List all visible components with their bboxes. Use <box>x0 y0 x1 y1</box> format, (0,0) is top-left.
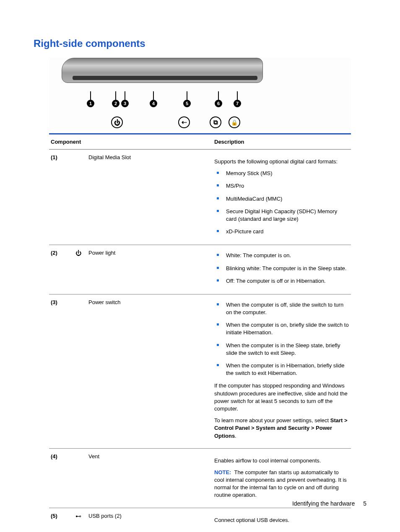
list-item: When the computer is on, briefly slide t… <box>214 321 349 336</box>
component-diagram: 1 2 3 4 5 6 7 ⏻ ⇠ ⧉ 🔒 <box>49 58 351 129</box>
list-item: Blinking white: The computer is in the S… <box>214 265 349 272</box>
desc-bullet-list: White: The computer is on.Blinking white… <box>214 252 349 285</box>
callout-5: 5 <box>183 100 191 107</box>
component-name: Power switch <box>87 294 213 448</box>
power-icon: ⏻ <box>111 116 123 128</box>
menu-path: Start > Control Panel > System and Secur… <box>214 417 348 439</box>
footer-section: Identifying the hardware <box>292 500 355 507</box>
desc-intro: Connect optional USB devices. <box>214 517 349 524</box>
callout-3: 3 <box>121 100 129 107</box>
list-item: MS/Pro <box>214 182 349 190</box>
row-number: (3) <box>49 294 70 448</box>
list-item: White: The computer is on. <box>214 252 349 259</box>
callout-7: 7 <box>234 100 241 107</box>
desc-paragraph: If the computer has stopped responding a… <box>214 382 349 413</box>
lock-icon: 🔒 <box>229 116 240 128</box>
desc-intro: Enables airflow to cool internal compone… <box>214 457 349 465</box>
rj45-icon: ⧉ <box>210 116 221 128</box>
component-name: USB ports (2) <box>87 508 213 532</box>
table-row: (2)⏻Power lightWhite: The computer is on… <box>49 245 351 294</box>
callout-4: 4 <box>150 100 157 107</box>
component-name: Power light <box>87 245 213 294</box>
usb-icon: ⊷ <box>70 508 87 532</box>
list-item: When the computer is off, slide the swit… <box>214 301 349 316</box>
list-item: Off: The computer is off or in Hibernati… <box>214 277 349 285</box>
list-item: Memory Stick (MS) <box>214 170 349 177</box>
table-row: (1)Digital Media SlotSupports the follow… <box>49 150 351 245</box>
component-description: When the computer is off, slide the swit… <box>213 294 351 448</box>
table-row: (4)VentEnables airflow to cool internal … <box>49 448 351 508</box>
page-footer: Identifying the hardware 5 <box>292 500 366 507</box>
none <box>70 294 87 448</box>
section-title: Right-side components <box>34 38 366 49</box>
list-item: Secure Digital High Capacity (SDHC) Memo… <box>214 208 349 223</box>
table-row: (3)Power switchWhen the computer is off,… <box>49 294 351 448</box>
desc-bullet-list: Memory Stick (MS)MS/ProMultiMediaCard (M… <box>214 170 349 235</box>
none <box>70 448 87 508</box>
list-item: When the computer is in Hibernation, bri… <box>214 362 349 377</box>
callout-2: 2 <box>112 100 119 107</box>
table-row: (5)⊷USB ports (2)Connect optional USB de… <box>49 508 351 532</box>
power-icon: ⏻ <box>70 245 87 294</box>
page-number: 5 <box>363 500 366 507</box>
component-description: Enables airflow to cool internal compone… <box>213 448 351 508</box>
components-table: Component Description (1)Digital Media S… <box>49 133 351 532</box>
list-item: When the computer is in the Sleep state,… <box>214 342 349 357</box>
component-description: Connect optional USB devices. <box>213 508 351 532</box>
component-name: Vent <box>87 448 213 508</box>
desc-intro: Supports the following optional digital … <box>214 158 349 165</box>
none <box>70 150 87 245</box>
note-label: NOTE: <box>214 469 231 475</box>
usb-icon: ⇠ <box>178 116 190 128</box>
note: NOTE: The computer fan starts up automat… <box>214 469 349 499</box>
desc-bullet-list: When the computer is off, slide the swit… <box>214 301 349 377</box>
component-description: White: The computer is on.Blinking white… <box>213 245 351 294</box>
callout-6: 6 <box>215 100 222 107</box>
row-number: (2) <box>49 245 70 294</box>
callout-1: 1 <box>87 100 94 107</box>
component-description: Supports the following optional digital … <box>213 150 351 245</box>
laptop-side-illustration <box>62 58 263 83</box>
desc-paragraph: To learn more about your power settings,… <box>214 417 349 440</box>
row-number: (4) <box>49 448 70 508</box>
list-item: MultiMediaCard (MMC) <box>214 195 349 203</box>
row-number: (5) <box>49 508 70 532</box>
row-number: (1) <box>49 150 70 245</box>
list-item: xD-Picture card <box>214 228 349 235</box>
component-name: Digital Media Slot <box>87 150 213 245</box>
header-description: Description <box>213 134 351 150</box>
header-component: Component <box>49 134 213 150</box>
